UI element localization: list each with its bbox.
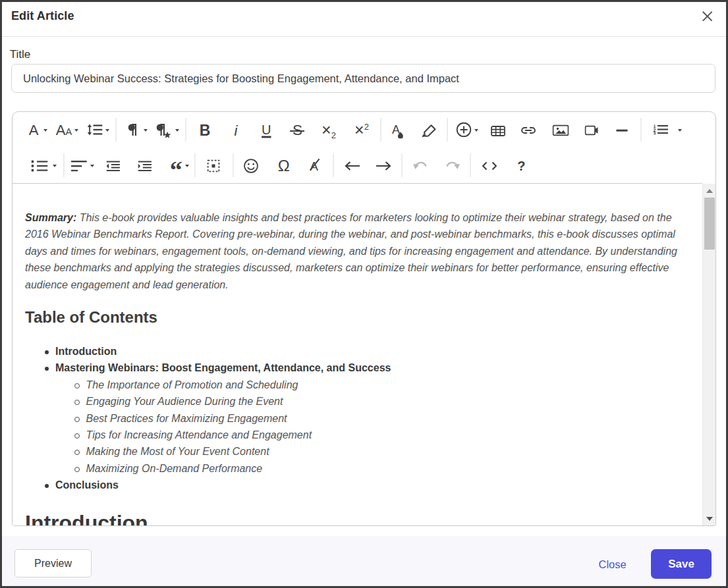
svg-text:3: 3 bbox=[653, 131, 656, 135]
